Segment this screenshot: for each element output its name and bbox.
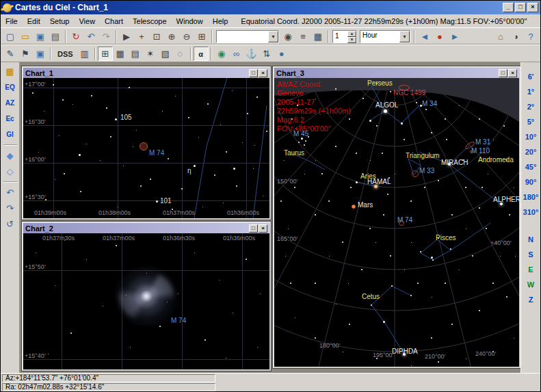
print-chart-icon[interactable]: ▤ <box>48 29 63 44</box>
fov-button-8[interactable]: 90° <box>521 174 540 190</box>
constellation-bounds-icon[interactable]: ▧ <box>158 47 173 61</box>
fov-button-9[interactable]: 180° <box>521 190 540 205</box>
open-file-icon[interactable]: ▭ <box>18 29 33 44</box>
menu-help[interactable]: Help <box>208 16 233 27</box>
chart2-close-button[interactable]: × <box>259 224 267 233</box>
undo-icon[interactable]: ↶ <box>83 29 98 44</box>
zoom-window-icon[interactable]: ⊡ <box>149 29 164 44</box>
menu-chart[interactable]: Chart <box>100 16 128 27</box>
link-charts-icon[interactable]: ∞ <box>229 47 244 61</box>
fov-button-2[interactable]: 1° <box>521 84 540 99</box>
fov-button-3[interactable]: 2° <box>521 99 540 114</box>
reset-orientation-icon[interactable]: ↺ <box>2 216 18 231</box>
greek-labels-button[interactable]: α <box>194 47 209 61</box>
fov-button-4[interactable]: 5° <box>521 114 540 129</box>
flip-vertical-icon[interactable]: ⇅ <box>259 47 274 61</box>
refresh-chart-icon[interactable]: ↻ <box>68 29 83 44</box>
minimize-button[interactable]: _ <box>503 3 514 12</box>
time-now-icon[interactable]: ● <box>432 29 447 44</box>
spinner-down-icon[interactable]: ▼ <box>347 37 356 43</box>
star <box>514 187 514 188</box>
fov-button-5[interactable]: 10° <box>521 129 540 144</box>
coord-eq-button[interactable]: EQ <box>2 79 18 94</box>
rotate-right-icon[interactable]: ↷ <box>2 200 18 215</box>
zoom-out-icon[interactable]: ⊖ <box>179 29 194 44</box>
background-image-icon[interactable]: ▥ <box>77 47 92 61</box>
chart-overview-icon[interactable]: ▦ <box>2 64 18 79</box>
menu-edit[interactable]: Edit <box>23 16 45 27</box>
menu-window[interactable]: Window <box>172 16 208 27</box>
grid-numbers-icon[interactable]: ▤ <box>128 47 143 61</box>
chart3-close-button[interactable]: × <box>508 69 517 77</box>
save-file-icon[interactable]: ▣ <box>33 29 48 44</box>
coord-ecliptic-button[interactable]: Ec <box>2 111 18 126</box>
copy-image-icon[interactable]: ▣ <box>33 47 48 61</box>
spinner-time-step[interactable]: 1▲▼ <box>332 30 357 43</box>
star <box>140 185 142 187</box>
fov-button-6[interactable]: 20° <box>521 144 540 159</box>
combo-object-search[interactable]: ▼ <box>216 30 279 43</box>
night-vision-icon[interactable]: ◑ <box>508 29 523 44</box>
object-list-icon[interactable]: ≡ <box>295 29 311 44</box>
chevron-down-icon[interactable]: ▼ <box>399 31 410 42</box>
zoom-in-icon[interactable]: ⊕ <box>164 29 179 44</box>
chart3-titlebar[interactable]: Chart_3 □ × <box>274 68 519 78</box>
menu-telescope[interactable]: Telescope <box>128 16 172 27</box>
observatory-icon[interactable]: ⌂ <box>493 29 508 44</box>
menu-file[interactable]: File <box>1 16 23 27</box>
chart1-canvas[interactable]: 105M 74η101+17°00'+16°30'+16°00'+15°30'0… <box>23 78 269 218</box>
search-object-icon[interactable]: ◉ <box>280 29 295 44</box>
star <box>38 152 39 153</box>
fov-button-10[interactable]: 310° <box>521 205 540 220</box>
fov-button-1[interactable]: 6' <box>521 69 540 84</box>
orient-zenith-icon[interactable]: ◇ <box>2 164 18 179</box>
chart2-canvas[interactable]: 01h37m30s01h37m00s01h36m30s01h36m00s+15°… <box>23 233 269 369</box>
orient-north-icon[interactable]: ◆ <box>2 148 18 163</box>
chart1-titlebar[interactable]: Chart_1 □ × <box>23 68 269 78</box>
fov-button-7[interactable]: 45° <box>521 159 540 174</box>
time-forward-icon[interactable]: ► <box>447 29 462 44</box>
chart1-maximize-button[interactable]: □ <box>249 69 258 77</box>
select-tool-icon[interactable]: ▶ <box>119 29 134 44</box>
close-button[interactable]: × <box>527 3 538 12</box>
coord-az-button[interactable]: AZ <box>2 95 18 110</box>
grid-toggle-icon[interactable]: ⊞ <box>194 29 209 44</box>
chart3-canvas[interactable]: PerseusNGC 1499ALGOLM 34M 45TaurusTriang… <box>274 78 519 367</box>
eq-grid-icon[interactable]: ⊞ <box>98 47 113 61</box>
chart1-close-button[interactable]: × <box>259 69 267 77</box>
coord-galactic-button[interactable]: Gl <box>2 127 18 142</box>
menu-view[interactable]: View <box>74 16 100 27</box>
direction-e-button[interactable]: E <box>521 262 540 277</box>
earth-globe-icon[interactable]: ◉ <box>214 47 229 61</box>
menu-setup[interactable]: Setup <box>45 16 75 27</box>
dss-image-button[interactable]: DSS <box>53 47 77 61</box>
direction-w-button[interactable]: W <box>521 277 540 292</box>
ephemeris-icon[interactable]: ▦ <box>311 29 326 44</box>
chevron-down-icon[interactable]: ▼ <box>268 31 278 42</box>
help-icon[interactable]: ? <box>523 29 538 44</box>
direction-z-button[interactable]: Z <box>521 292 540 307</box>
title-bar[interactable]: Cartes du Ciel - Chart_1 _ □ × <box>1 1 540 14</box>
constellation-figures-icon[interactable]: ✶ <box>143 47 158 61</box>
pan-tool-icon[interactable]: + <box>134 29 149 44</box>
label-flag-icon[interactable]: ⚑ <box>18 47 33 61</box>
spinner-up-icon[interactable]: ▲ <box>347 31 356 37</box>
app-window: Cartes du Ciel - Chart_1 _ □ × FileEditS… <box>0 0 541 392</box>
redo-icon[interactable]: ↷ <box>98 29 114 44</box>
direction-n-button[interactable]: N <box>521 232 540 247</box>
anchor-position-icon[interactable]: ⚓ <box>244 47 259 61</box>
star <box>72 104 73 105</box>
time-backward-icon[interactable]: ◄ <box>417 29 432 44</box>
az-grid-icon[interactable]: ▦ <box>113 47 128 61</box>
chart2-titlebar[interactable]: Chart_2 □ × <box>23 223 269 233</box>
combo-time-unit[interactable]: Hour▼ <box>360 30 410 43</box>
new-chart-icon[interactable]: ▢ <box>3 29 18 44</box>
chart3-maximize-button[interactable]: □ <box>499 69 507 77</box>
direction-s-button[interactable]: S <box>521 247 540 262</box>
nebulae-display-icon[interactable]: ◌ <box>173 47 188 61</box>
chart2-maximize-button[interactable]: □ <box>249 224 258 233</box>
center-cursor-icon[interactable]: ● <box>274 47 289 61</box>
rotate-left-icon[interactable]: ↶ <box>2 185 18 200</box>
maximize-button[interactable]: □ <box>515 3 526 12</box>
pencil-tool-icon[interactable]: ✎ <box>3 47 18 61</box>
